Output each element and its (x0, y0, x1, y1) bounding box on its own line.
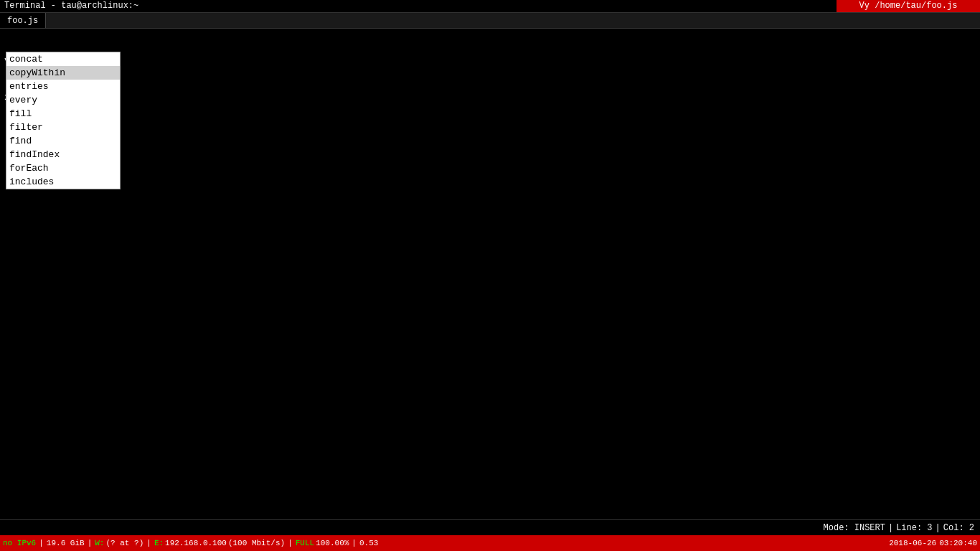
time-value: 03:20:40 (939, 539, 977, 547)
autocomplete-item-findindex[interactable]: findIndex (6, 148, 120, 161)
line-text: Line: 3 (896, 523, 932, 533)
battery-val: (? at ?) (105, 539, 143, 547)
col-text: Col: 2 (943, 523, 974, 533)
tab-foo-js[interactable]: foo.js (0, 13, 46, 28)
code-line-2: x. (4, 91, 976, 103)
full-label: FULL (296, 539, 314, 547)
autocomplete-item-find[interactable]: find (6, 134, 120, 148)
ipv6-label: no IPv6 (3, 539, 36, 547)
tab-bar: foo.js (0, 13, 980, 29)
autocomplete-item-copywithin[interactable]: copyWithin (6, 66, 120, 80)
autocomplete-item-includes[interactable]: includes (6, 175, 120, 189)
autocomplete-item-foreach[interactable]: forEach (6, 161, 120, 175)
editor-area: var x = []; x. concatcopyWithinentriesev… (0, 29, 980, 519)
battery-label: W: (95, 539, 104, 547)
cpu-value: 100.00% (316, 539, 349, 547)
ram-value: 19.6 GiB (47, 539, 85, 547)
title-right: Vy /home/tau/foo.js (837, 0, 980, 12)
pipe-sep-2: | (936, 523, 941, 533)
eth-label: E: (154, 539, 164, 547)
pipe-sep-1: | (888, 523, 893, 533)
status-bar-mode: Mode: INSERT | Line: 3 | Col: 2 (0, 519, 980, 535)
sys-left: no IPv6 | 19.6 GiB | W: (? at ?) | E: 19… (3, 539, 378, 547)
title-left: Terminal - tau@archlinux:~ (0, 0, 837, 12)
mode-text: Mode: INSERT (824, 523, 885, 533)
editor-content: var x = []; x. (0, 29, 980, 129)
load-value: 0.53 (359, 539, 378, 547)
autocomplete-dropdown[interactable]: concatcopyWithinentrieseveryfillfilterfi… (6, 52, 121, 189)
autocomplete-item-every[interactable]: every (6, 93, 120, 107)
eth-ip: 192.168.0.100 (165, 539, 227, 547)
autocomplete-item-fill[interactable]: fill (6, 107, 120, 121)
autocomplete-item-concat[interactable]: concat (6, 52, 120, 66)
date-value: 2018-06-26 (889, 539, 936, 547)
autocomplete-item-entries[interactable]: entries (6, 80, 120, 93)
sys-right: 2018-06-26 03:20:40 (889, 539, 977, 547)
autocomplete-item-filter[interactable]: filter (6, 121, 120, 134)
tab-label: foo.js (7, 16, 38, 26)
eth-speed: (100 Mbit/s) (228, 539, 285, 547)
code-line-1: var x = []; (4, 55, 976, 67)
sys-status-bar: no IPv6 | 19.6 GiB | W: (? at ?) | E: 19… (0, 535, 980, 551)
title-bar: Terminal - tau@archlinux:~ Vy /home/tau/… (0, 0, 980, 13)
